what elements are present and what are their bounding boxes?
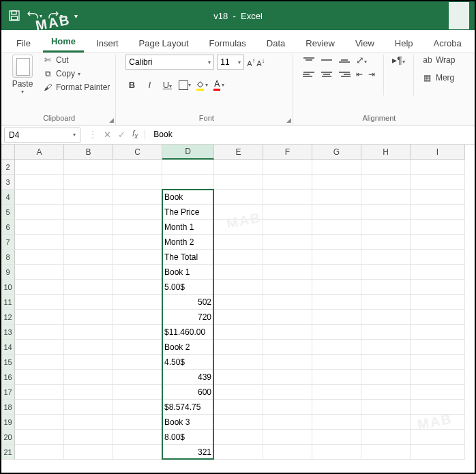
cell-D13[interactable]: $11.460.00 (162, 325, 214, 340)
format-painter-button[interactable]: 🖌 Format Painter (42, 82, 110, 93)
cell-B8[interactable] (64, 250, 113, 265)
cell-I13[interactable] (411, 325, 465, 340)
cell-H18[interactable] (361, 400, 411, 415)
cell-D7[interactable]: Month 2 (162, 235, 214, 250)
cell-A7[interactable] (15, 235, 64, 250)
cell-A11[interactable] (15, 295, 64, 310)
cell-B12[interactable] (64, 310, 113, 325)
merge-button[interactable]: ▦ Merg (422, 72, 455, 83)
chevron-down-icon[interactable]: ▾ (21, 89, 24, 95)
cell-I7[interactable] (411, 235, 465, 250)
cell-H9[interactable] (361, 265, 411, 280)
cell-I19[interactable] (411, 415, 465, 430)
tab-review[interactable]: Review (297, 33, 343, 53)
cell-A4[interactable] (15, 190, 64, 205)
cell-G12[interactable] (312, 310, 361, 325)
cell-G2[interactable] (312, 160, 361, 175)
row-header-18[interactable]: 18 (1, 400, 15, 415)
tab-file[interactable]: File (8, 33, 39, 53)
copy-button[interactable]: ⧉ Copy ▾ (42, 68, 110, 79)
row-header-7[interactable]: 7 (1, 235, 15, 250)
cell-E4[interactable] (214, 190, 263, 205)
cell-C18[interactable] (113, 400, 162, 415)
cell-F17[interactable] (263, 385, 312, 400)
cell-E20[interactable] (214, 430, 263, 445)
cell-E12[interactable] (214, 310, 263, 325)
cell-H10[interactable] (361, 280, 411, 295)
cell-A6[interactable] (15, 220, 64, 235)
cell-D2[interactable] (162, 160, 214, 175)
row-header-20[interactable]: 20 (1, 430, 15, 445)
cell-D20[interactable]: 8.00$ (162, 430, 214, 445)
cell-D18[interactable]: $8.574.75 (162, 400, 214, 415)
cell-E14[interactable] (214, 340, 263, 355)
align-bottom-button[interactable] (338, 55, 351, 65)
cell-G10[interactable] (312, 280, 361, 295)
cell-B17[interactable] (64, 385, 113, 400)
cell-D17[interactable]: 600 (162, 385, 214, 400)
cell-D14[interactable]: Book 2 (162, 340, 214, 355)
cancel-icon[interactable]: ✕ (104, 130, 111, 140)
cell-D12[interactable]: 720 (162, 310, 214, 325)
cell-G14[interactable] (312, 340, 361, 355)
cell-H11[interactable] (361, 295, 411, 310)
cell-G13[interactable] (312, 325, 361, 340)
cell-H5[interactable] (361, 205, 411, 220)
column-header-D[interactable]: D (162, 145, 214, 160)
chevron-down-icon[interactable]: ▾ (78, 71, 80, 77)
cell-I8[interactable] (411, 250, 465, 265)
column-header-I[interactable]: I (411, 145, 465, 160)
cell-D16[interactable]: 439 (162, 370, 214, 385)
enter-icon[interactable]: ✓ (118, 130, 125, 140)
cell-F13[interactable] (263, 325, 312, 340)
save-icon[interactable] (7, 8, 22, 23)
cell-H7[interactable] (361, 235, 411, 250)
cell-C14[interactable] (113, 340, 162, 355)
align-right-button[interactable] (338, 70, 351, 79)
cell-C8[interactable] (113, 250, 162, 265)
cell-C3[interactable] (113, 175, 162, 190)
cell-G3[interactable] (312, 175, 361, 190)
cell-D4[interactable]: Book (162, 190, 214, 205)
cell-A19[interactable] (15, 415, 64, 430)
cell-C4[interactable] (113, 190, 162, 205)
cell-E8[interactable] (214, 250, 263, 265)
cell-F14[interactable] (263, 340, 312, 355)
cell-B6[interactable] (64, 220, 113, 235)
cell-C11[interactable] (113, 295, 162, 310)
cell-E18[interactable] (214, 400, 263, 415)
cell-F2[interactable] (263, 160, 312, 175)
align-top-button[interactable] (303, 55, 315, 65)
cell-I5[interactable] (411, 205, 465, 220)
cell-G17[interactable] (312, 385, 361, 400)
cell-D8[interactable]: The Total (162, 250, 214, 265)
cell-C13[interactable] (113, 325, 162, 340)
cell-C6[interactable] (113, 220, 162, 235)
cell-A2[interactable] (15, 160, 64, 175)
cell-F8[interactable] (263, 250, 312, 265)
bold-button[interactable]: B (125, 80, 138, 90)
redo-icon[interactable]: ▾ (48, 8, 63, 23)
formula-bar[interactable]: Book (145, 130, 475, 139)
cell-E16[interactable] (214, 370, 263, 385)
tab-insert[interactable]: Insert (88, 33, 127, 53)
tab-help[interactable]: Help (387, 33, 421, 53)
cell-B21[interactable] (64, 445, 113, 460)
increase-font-button[interactable]: A↑ (247, 57, 255, 68)
cell-H16[interactable] (361, 370, 411, 385)
orientation-button[interactable]: ⤢▾ (356, 55, 367, 65)
customize-qat-icon[interactable]: ▾ (68, 8, 83, 23)
cell-G6[interactable] (312, 220, 361, 235)
cell-A5[interactable] (15, 205, 64, 220)
cell-H3[interactable] (361, 175, 411, 190)
cell-I16[interactable] (411, 370, 465, 385)
cell-G15[interactable] (312, 355, 361, 370)
row-header-12[interactable]: 12 (1, 310, 15, 325)
cell-F3[interactable] (263, 175, 312, 190)
row-header-2[interactable]: 2 (1, 160, 15, 175)
cell-D9[interactable]: Book 1 (162, 265, 214, 280)
column-header-A[interactable]: A (15, 145, 64, 160)
cell-E3[interactable] (214, 175, 263, 190)
dialog-launcher-icon[interactable]: ◢ (286, 117, 291, 123)
cell-E5[interactable] (214, 205, 263, 220)
